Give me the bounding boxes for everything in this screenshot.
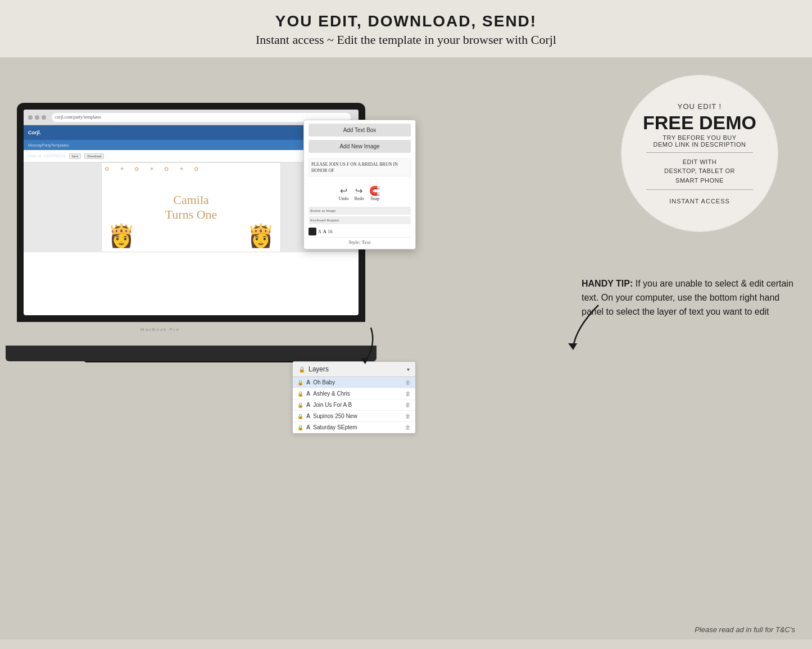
browser-dot-3 <box>42 115 46 120</box>
layer-lock-2: 🔒 <box>297 391 303 397</box>
princess-right: 👸 <box>247 223 275 249</box>
handy-tip-arrow <box>565 299 610 356</box>
layers-lock-icon: 🔒 <box>298 366 305 373</box>
corjl-breadcrumb: MoocayPartyTemplates <box>28 143 69 147</box>
invite-text-preview: PLEASE JOIN US F ON A BRIDAL BRUN IN HON… <box>309 158 411 176</box>
layers-list: 🔒 A Oh Baby 🗑 🔒 A Ashley & Chris 🗑 🔒 A J… <box>293 377 415 433</box>
redo-label: Redo <box>354 196 364 201</box>
layer-name-5: Saturday SEptem <box>313 424 402 430</box>
layer-lock-5: 🔒 <box>297 425 303 430</box>
layer-type-3: A <box>306 402 310 408</box>
headline: YOU EDIT, DOWNLOAD, SEND! <box>0 12 812 30</box>
top-banner: YOU EDIT, DOWNLOAD, SEND! Instant access… <box>0 0 812 58</box>
undo-button[interactable]: ↩ Undo <box>339 185 349 201</box>
layer-name-3: Join Us For A B <box>313 402 402 408</box>
add-new-image-button[interactable]: Add New Image <box>309 140 411 153</box>
subline: Instant access ~ Edit the template in yo… <box>0 33 812 47</box>
resize-select[interactable]: Resize as Image <box>309 207 411 215</box>
browser-dot-1 <box>28 115 33 120</box>
layer-name-1: Oh Baby <box>313 379 402 385</box>
design-preview: ✿ ✦ ✿ ✦ ✿ ✦ ✿ 👸 Camila Turns One 👸 <box>101 162 281 252</box>
layer-delete-5[interactable]: 🗑 <box>405 424 411 430</box>
layer-lock-4: 🔒 <box>297 414 303 419</box>
princess-left: 👸 <box>107 223 135 249</box>
layer-item-oh-baby[interactable]: 🔒 A Oh Baby 🗑 <box>293 377 415 388</box>
redo-button[interactable]: ↪ Redo <box>354 185 364 201</box>
handy-tip-section: HANDY TIP: If you are unable to select &… <box>582 277 795 319</box>
resize-row: Resize as Image <box>309 207 411 215</box>
layer-type-4: A <box>306 413 310 419</box>
layer-item-saturday[interactable]: 🔒 A Saturday SEptem 🗑 <box>293 422 415 433</box>
layer-delete-3[interactable]: 🗑 <box>405 402 411 408</box>
layer-lock-3: 🔒 <box>297 402 303 408</box>
style-bold: A <box>323 229 326 234</box>
layers-title-label: Layers <box>309 365 329 373</box>
demo-instant-access: INSTANT ACCESS <box>669 198 730 205</box>
phone-to-layers-arrow <box>348 322 382 367</box>
add-text-box-button[interactable]: Add Text Box <box>309 124 411 137</box>
demo-try-before: TRY BEFORE YOU BUY <box>663 134 736 141</box>
demo-you-edit: YOU EDIT ! <box>678 102 722 111</box>
layer-item-supinos[interactable]: 🔒 A Supinos 250 New 🗑 <box>293 411 415 422</box>
laptop-base: MacBook Pro <box>6 346 376 361</box>
handy-tip-label: HANDY TIP: <box>582 279 633 288</box>
layer-item-join-us[interactable]: 🔒 A Join Us For A B 🗑 <box>293 400 415 411</box>
macbook-label: MacBook Pro <box>140 327 180 332</box>
layers-panel: 🔒 Layers ▾ 🔒 A Oh Baby 🗑 🔒 A Ashley & Ch… <box>292 361 416 434</box>
phone-undo-row: ↩ Undo ↪ Redo 🧲 Snap <box>304 182 415 205</box>
phone-options: Resize as Image Keyboard Regular A A 16 … <box>304 205 415 249</box>
free-demo-circle: YOU EDIT ! FREE DEMO TRY BEFORE YOU BUY … <box>621 75 778 232</box>
snap-button[interactable]: 🧲 Snap <box>369 185 380 201</box>
snap-icon: 🧲 <box>369 185 380 196</box>
layer-delete-1[interactable]: 🗑 <box>405 379 411 385</box>
corjl-logo: Corjl. <box>28 130 41 135</box>
color-swatch[interactable] <box>309 228 316 235</box>
layer-name-4: Supinos 250 New <box>313 413 402 419</box>
design-text-main: Camila Turns One <box>165 193 217 223</box>
demo-edit-with: EDIT WITHDESKTOP, TABLET ORSMART PHONE <box>664 157 735 185</box>
layer-type-2: A <box>306 391 310 397</box>
svg-marker-0 <box>361 357 369 364</box>
browser-dot-2 <box>35 115 39 120</box>
main-area: corjl.com/party/templates Corjl. MoocayP… <box>0 58 812 639</box>
layer-delete-2[interactable]: 🗑 <box>405 391 411 397</box>
undo-label: Undo <box>339 196 349 201</box>
keyboard-select[interactable]: Keyboard Regular <box>309 216 411 224</box>
style-text-label: Style: Text <box>309 237 411 247</box>
layer-item-ashley-chris[interactable]: 🔒 A Ashley & Chris 🗑 <box>293 388 415 400</box>
snap-label: Snap <box>370 196 379 201</box>
demo-divider-2 <box>646 189 753 190</box>
demo-demo-link: DEMO LINK IN DESCRIPTION <box>654 141 746 148</box>
layers-title: 🔒 Layers <box>298 365 329 373</box>
style-A: A <box>318 229 321 234</box>
phone-section-invite: PLEASE JOIN US F ON A BRIDAL BRUN IN HON… <box>304 155 415 182</box>
order-id: Order Id: 1509758194 <box>27 154 66 158</box>
layer-type-1: A <box>306 379 310 385</box>
style-row: A A 16 <box>309 226 411 237</box>
style-size: 16 <box>328 229 333 234</box>
layers-chevron-icon[interactable]: ▾ <box>407 366 410 373</box>
layer-name-2: Ashley & Chris <box>313 391 402 397</box>
footer-note: Please read ad in full for T&C's <box>695 625 795 634</box>
layer-delete-4[interactable]: 🗑 <box>405 413 411 419</box>
demo-free-demo: FREE DEMO <box>643 113 756 132</box>
svg-marker-1 <box>568 343 577 350</box>
layer-type-5: A <box>306 424 310 430</box>
demo-divider-1 <box>646 152 753 153</box>
toolbar-download-btn[interactable]: Download <box>84 153 104 159</box>
phone-panel: Add Text Box Add New Image PLEASE JOIN U… <box>303 120 416 249</box>
keyboard-row: Keyboard Regular <box>309 216 411 224</box>
toolbar-save-btn[interactable]: Save <box>69 153 81 159</box>
layer-lock-1: 🔒 <box>297 380 303 385</box>
redo-icon: ↪ <box>355 185 362 196</box>
undo-icon: ↩ <box>340 185 347 196</box>
flowers-bg: ✿ ✦ ✿ ✦ ✿ ✦ ✿ <box>105 166 278 172</box>
